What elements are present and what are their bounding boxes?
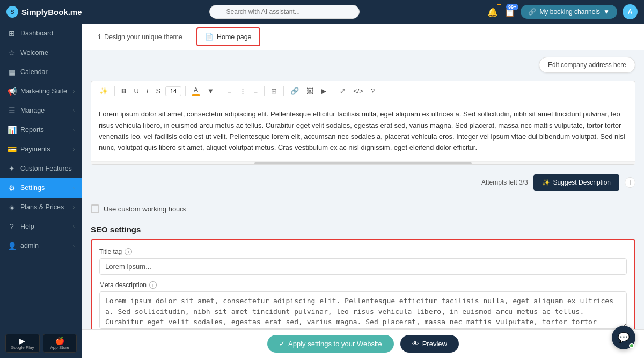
help-icon: ?	[8, 222, 16, 231]
sidebar-item-manage[interactable]: ☰ Manage ›	[0, 101, 82, 120]
suggest-icon: ✨	[542, 179, 550, 186]
editor-scrollbar-track[interactable]	[91, 161, 635, 164]
fullscreen-btn[interactable]: ⤢	[337, 85, 348, 97]
title-tag-info-icon[interactable]: i	[125, 248, 132, 255]
booking-channels-icon: 🔗	[528, 8, 536, 16]
toolbar-sep-3	[221, 86, 221, 96]
app-logo[interactable]: S SimplyBook.me	[6, 6, 82, 18]
notification-badge	[497, 4, 501, 5]
navbar: S SimplyBook.me 🔍 🔔 📋 99+ 🔗 My booking c…	[0, 0, 644, 24]
calendar-icon[interactable]: 📋 99+	[504, 7, 515, 17]
sidebar-item-help[interactable]: ? Help ›	[0, 217, 82, 236]
suggest-info-button[interactable]: i	[625, 177, 635, 188]
seo-section: SEO settings Title tag i Meta descriptio…	[91, 225, 635, 329]
plans-arrow-icon: ›	[73, 204, 75, 210]
code-btn[interactable]: </>	[350, 85, 366, 97]
italic-btn[interactable]: I	[144, 85, 151, 97]
payments-arrow-icon: ›	[73, 147, 75, 152]
seo-title-tag-field: Title tag i	[99, 248, 627, 275]
editor-body[interactable]: Lorem ipsum dolor sit amet, consectetur …	[91, 101, 635, 161]
seo-section-title: SEO settings	[91, 225, 635, 234]
ordered-list-btn[interactable]: ⋮	[237, 85, 249, 97]
title-tag-text: Title tag	[99, 248, 122, 255]
apple-icon: 🍎	[55, 337, 64, 345]
page-icon: 📄	[205, 33, 214, 41]
custom-hours-checkbox[interactable]	[91, 204, 99, 213]
bold-btn[interactable]: B	[119, 85, 129, 97]
booking-channels-label: My booking channels	[539, 8, 600, 16]
sidebar-item-plans[interactable]: ◈ Plans & Prices ›	[0, 198, 82, 217]
meta-description-textarea[interactable]: Lorem ipsum dolor sit amet, consectetur …	[99, 291, 627, 329]
sidebar-item-reports[interactable]: 📊 Reports ›	[0, 120, 82, 140]
edit-company-button[interactable]: Edit company address here	[539, 57, 635, 73]
info-icon: ℹ	[98, 33, 101, 41]
tab-design-theme[interactable]: ℹ Design your unique theme	[91, 28, 190, 45]
notification-icon[interactable]: 🔔	[487, 7, 498, 17]
link-btn[interactable]: 🔗	[288, 85, 302, 97]
tab-home-page[interactable]: 📄 Home page	[196, 27, 260, 46]
settings-icon: ⚙	[8, 184, 16, 192]
underline-btn[interactable]: U	[131, 85, 141, 97]
preview-label: Preview	[422, 340, 447, 348]
sidebar-label-marketing: Marketing Suite	[20, 87, 67, 95]
unordered-list-btn[interactable]: ≡	[225, 85, 235, 97]
dashboard-icon: ⊞	[8, 29, 16, 38]
sidebar-item-marketing[interactable]: 📢 Marketing Suite ›	[0, 82, 82, 101]
logo-text: SimplyBook.me	[21, 8, 82, 17]
app-store-label: App Store	[50, 345, 69, 350]
chat-bubble-button[interactable]: 💬	[612, 326, 635, 349]
sidebar-label-help: Help	[20, 223, 34, 230]
sidebar-item-welcome[interactable]: ☆ Welcome	[0, 43, 82, 62]
video-btn[interactable]: ▶	[318, 85, 329, 97]
sidebar-item-settings[interactable]: ⚙ Settings ›	[0, 178, 82, 198]
preview-eye-icon: 👁	[412, 340, 419, 348]
preview-button[interactable]: 👁 Preview	[400, 335, 459, 353]
align-btn[interactable]: ≡	[251, 85, 261, 97]
apply-check-icon: ✓	[279, 340, 285, 348]
manage-arrow-icon: ›	[73, 108, 75, 114]
strikethrough-btn[interactable]: S	[153, 85, 163, 97]
sidebar-item-admin[interactable]: 👤 admin ›	[0, 236, 82, 255]
bottom-action-bar: ✓ Apply settings to your Website 👁 Previ…	[82, 329, 644, 358]
help-toolbar-btn[interactable]: ?	[368, 85, 377, 97]
custom-hours-row: Use custom working hours	[91, 200, 635, 217]
apply-settings-button[interactable]: ✓ Apply settings to your Website	[267, 335, 394, 353]
sidebar-item-calendar[interactable]: ▦ Calendar	[0, 62, 82, 82]
sidebar-item-dashboard[interactable]: ⊞ Dashboard	[0, 24, 82, 43]
search-input[interactable]	[209, 5, 360, 19]
seo-box: Title tag i Meta description i Lorem ips…	[91, 239, 635, 329]
avatar[interactable]: A	[623, 4, 638, 19]
sidebar-label-welcome: Welcome	[20, 49, 48, 56]
color-bar	[192, 94, 200, 96]
google-play-badge[interactable]: ▶ Google Play	[5, 334, 40, 353]
title-tag-input[interactable]	[99, 258, 627, 275]
tabs-bar: ℹ Design your unique theme 📄 Home page	[82, 24, 644, 50]
suggest-label: Suggest Description	[553, 179, 611, 186]
font-size-input[interactable]	[165, 86, 181, 96]
sidebar-label-settings: Settings	[20, 184, 45, 192]
toolbar-sep-4	[264, 86, 265, 96]
sidebar: ⊞ Dashboard ☆ Welcome ▦ Calendar 📢 Marke…	[0, 24, 82, 358]
reports-icon: 📊	[8, 126, 16, 134]
image-btn[interactable]: 🖼	[304, 85, 316, 97]
sidebar-item-payments[interactable]: 💳 Payments ›	[0, 140, 82, 159]
help-arrow-icon: ›	[73, 224, 75, 230]
booking-channels-button[interactable]: 🔗 My booking channels ▼	[521, 5, 617, 19]
app-store-badge[interactable]: 🍎 App Store	[43, 334, 77, 353]
logo-icon: S	[6, 6, 18, 18]
search-wrapper: 🔍	[209, 5, 360, 19]
table-btn[interactable]: ⊞	[268, 85, 280, 97]
calendar-badge: 99+	[506, 4, 518, 10]
sidebar-label-admin: admin	[20, 242, 39, 250]
meta-desc-info-icon[interactable]: i	[149, 281, 157, 289]
top-action-bar: Edit company address here	[91, 57, 635, 73]
suggest-description-button[interactable]: ✨ Suggest Description	[533, 174, 619, 191]
text-color-btn[interactable]: A	[189, 84, 202, 98]
magic-toolbar-btn[interactable]: ✨	[97, 85, 111, 97]
toolbar-sep-6	[333, 86, 333, 96]
color-picker-arrow[interactable]: ▼	[204, 85, 217, 97]
sidebar-item-custom[interactable]: ✦ Custom Features	[0, 159, 82, 178]
editor-toolbar: ✨ B U I S A ▼ ≡ ⋮ ≡	[91, 81, 635, 101]
sidebar-label-reports: Reports	[20, 126, 44, 134]
google-play-icon: ▶	[19, 337, 25, 345]
